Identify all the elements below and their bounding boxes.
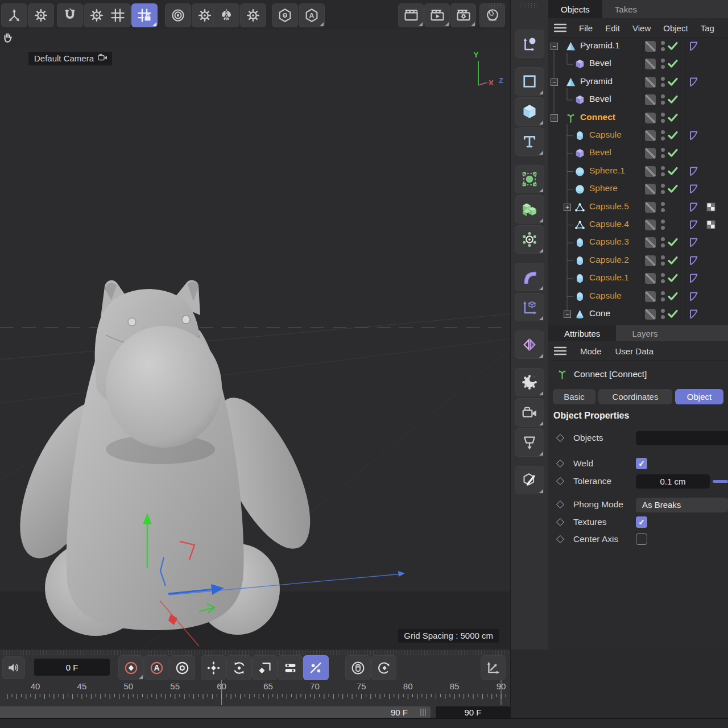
move-gizmo-tool-button[interactable] <box>1 3 27 27</box>
menu-object[interactable]: Object <box>663 23 688 33</box>
timeline-zoom-slider[interactable]: 90 F <box>0 706 431 718</box>
simulation-tool-button[interactable] <box>515 225 544 254</box>
phong-tag-icon[interactable] <box>688 272 700 287</box>
symmetry-tool-button[interactable] <box>213 3 239 27</box>
property-bullet[interactable] <box>556 518 564 526</box>
phong-tag-icon[interactable] <box>688 308 700 322</box>
phong-tag-icon[interactable] <box>688 237 700 251</box>
tree-row-capsule-4[interactable]: Capsule.4 <box>548 216 728 234</box>
phong-tag-icon[interactable] <box>688 201 700 216</box>
key-rotation-button[interactable] <box>226 655 252 680</box>
enabled-check-icon[interactable] <box>667 237 679 250</box>
textures-checkbox[interactable]: ✓ <box>636 516 647 528</box>
visibility-dot-editor[interactable] <box>661 148 665 152</box>
expander-expand[interactable]: + <box>564 204 571 211</box>
keyframe-settings-gear-button[interactable] <box>169 655 195 680</box>
layer-toggle[interactable] <box>645 273 656 284</box>
visibility-dot-editor[interactable] <box>661 59 665 63</box>
tree-row-capsule[interactable]: Capsule <box>548 127 728 144</box>
expander-collapse[interactable]: − <box>551 43 558 50</box>
axis-hexagon-tool-button[interactable]: A <box>299 3 325 27</box>
expander-collapse[interactable]: − <box>551 78 558 86</box>
visibility-dot-editor[interactable] <box>661 309 665 313</box>
tree-row-capsule-5[interactable]: +Capsule.5 <box>548 198 728 216</box>
key-scale-button[interactable] <box>252 655 278 680</box>
visibility-dot-render[interactable] <box>661 83 665 87</box>
enabled-check-icon[interactable] <box>667 166 679 179</box>
center-axis-checkbox[interactable] <box>636 533 647 545</box>
render-settings-button[interactable] <box>450 3 476 27</box>
phong-mode-dropdown[interactable]: As Breaks <box>636 498 728 512</box>
visibility-dot-editor[interactable] <box>661 166 665 170</box>
tree-row-capsule-3[interactable]: Capsule.3 <box>548 234 728 251</box>
visibility-dot-editor[interactable] <box>661 184 665 188</box>
pan-hand-button[interactable] <box>0 30 16 46</box>
tolerance-slider-handle[interactable] <box>713 480 728 483</box>
objects-input[interactable] <box>636 431 728 445</box>
enabled-check-icon[interactable] <box>667 291 679 304</box>
visibility-dot-editor[interactable] <box>661 237 665 241</box>
stage-floor-tool-button[interactable] <box>515 428 544 457</box>
phong-tag-icon[interactable] <box>688 219 700 233</box>
current-frame-field[interactable]: 0 F <box>34 659 110 676</box>
expander-collapse[interactable]: − <box>551 114 558 122</box>
keyframe-selection-button[interactable] <box>371 655 396 680</box>
mouse-record-button[interactable] <box>345 655 371 680</box>
layer-toggle[interactable] <box>645 41 656 52</box>
workplane-hexagon-tool-button[interactable] <box>272 3 298 27</box>
visibility-dot-render[interactable] <box>661 279 665 283</box>
tree-row-capsule[interactable]: Capsule <box>548 288 728 305</box>
layer-toggle[interactable] <box>645 220 656 230</box>
visibility-dot-render[interactable] <box>661 208 665 212</box>
snap-magnet-tool-button[interactable] <box>57 3 83 27</box>
texture-tag-icon[interactable] <box>706 202 716 214</box>
tree-row-pyramid[interactable]: −Pyramid <box>548 73 728 91</box>
visibility-dot-render[interactable] <box>661 315 665 319</box>
layer-toggle[interactable] <box>645 113 656 123</box>
material-edit-tool-button[interactable] <box>515 466 544 494</box>
tree-row-connect[interactable]: −Connect <box>548 109 728 127</box>
phong-tag-icon[interactable] <box>688 291 700 305</box>
property-bullet[interactable] <box>556 434 564 442</box>
menu-tag[interactable]: Tag <box>701 23 714 33</box>
tree-row-sphere[interactable]: Sphere <box>548 180 728 198</box>
enabled-check-icon[interactable] <box>667 59 679 71</box>
enabled-check-icon[interactable] <box>667 41 679 53</box>
visibility-dot-render[interactable] <box>661 172 665 176</box>
visibility-dot-render[interactable] <box>661 297 665 301</box>
tree-row-pyramid-1[interactable]: −Pyramid.1 <box>548 38 728 55</box>
environment-tool-button[interactable] <box>515 368 544 396</box>
enabled-check-icon[interactable] <box>667 184 679 196</box>
enabled-check-icon[interactable] <box>667 273 679 286</box>
tree-row-bevel[interactable]: Bevel <box>548 91 728 109</box>
tree-row-bevel[interactable]: Bevel <box>548 144 728 162</box>
visibility-dot-render[interactable] <box>661 65 665 69</box>
viewport[interactable]: Default Camera Y X Z Grid Spacing : 5000… <box>0 48 510 650</box>
layer-toggle[interactable] <box>645 184 656 195</box>
menu-file[interactable]: File <box>579 23 593 33</box>
layer-toggle[interactable] <box>645 166 656 177</box>
rectangle-spline-tool-button[interactable] <box>515 67 544 96</box>
visibility-dot-render[interactable] <box>661 262 665 266</box>
grid-tool-button[interactable] <box>105 3 131 27</box>
visibility-dot-editor[interactable] <box>661 255 665 259</box>
visibility-dot-editor[interactable] <box>661 94 665 98</box>
enabled-check-icon[interactable] <box>667 77 679 89</box>
layer-toggle[interactable] <box>645 237 656 248</box>
autokey-button[interactable]: A <box>144 655 169 680</box>
menu-edit[interactable]: Edit <box>605 23 620 33</box>
visibility-dot-render[interactable] <box>661 101 665 105</box>
camera-label[interactable]: Default Camera <box>28 52 112 65</box>
visibility-dot-editor[interactable] <box>661 291 665 295</box>
timeline-drag-handle[interactable] <box>2 651 508 655</box>
field-tool-button[interactable] <box>515 293 544 321</box>
phong-tag-icon[interactable] <box>688 255 700 269</box>
visibility-dot-render[interactable] <box>661 226 665 230</box>
render-play-button[interactable] <box>424 3 450 27</box>
tree-row-cone[interactable]: −Cone <box>548 305 728 323</box>
render-view-button[interactable] <box>398 3 424 27</box>
phong-tag-icon[interactable] <box>688 40 700 55</box>
phong-tag-icon[interactable] <box>688 76 700 90</box>
object-manager-menu-icon[interactable] <box>554 23 566 32</box>
speaker-button[interactable] <box>2 656 25 679</box>
